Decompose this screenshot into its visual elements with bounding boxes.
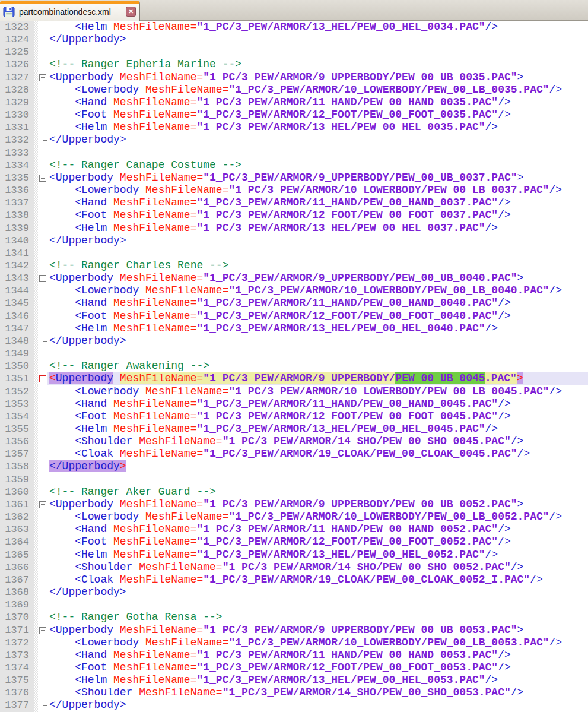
code-line[interactable]: 1363 <Hand MeshFileName="1_PC/3_PEW/ARMO…: [0, 523, 588, 536]
code-line[interactable]: 1357 <Cloak MeshFileName="1_PC/3_PEW/ARM…: [0, 448, 588, 460]
code-line[interactable]: 1342<!-- Ranger Charles Rene -->: [0, 260, 588, 272]
code-text[interactable]: <Upperbody MeshFileName="1_PC/3_PEW/ARMO…: [47, 172, 588, 184]
code-text[interactable]: <Helm MeshFileName="1_PC/3_PEW/ARMOR/13_…: [47, 21, 588, 33]
line-number[interactable]: 1377: [0, 699, 34, 711]
code-text[interactable]: <!-- Ranger Awakening -->: [47, 360, 588, 372]
fold-margin[interactable]: [38, 197, 47, 209]
fold-margin[interactable]: [38, 435, 47, 448]
fold-margin[interactable]: [38, 310, 47, 322]
fold-margin[interactable]: [38, 473, 47, 486]
bookmark-margin[interactable]: [34, 561, 38, 574]
line-number[interactable]: 1356: [0, 435, 34, 448]
line-number[interactable]: 1324: [0, 33, 34, 46]
bookmark-margin[interactable]: [34, 147, 38, 159]
bookmark-margin[interactable]: [34, 21, 38, 33]
code-text[interactable]: <Upperbody MeshFileName="1_PC/3_PEW/ARMO…: [47, 498, 588, 511]
line-number[interactable]: 1329: [0, 96, 34, 109]
fold-margin[interactable]: [38, 637, 47, 649]
bookmark-margin[interactable]: [34, 71, 38, 84]
fold-margin[interactable]: [38, 46, 47, 58]
code-text[interactable]: [47, 247, 588, 260]
code-text[interactable]: </Upperbody>: [47, 33, 588, 46]
bookmark-margin[interactable]: [34, 385, 38, 398]
fold-margin[interactable]: [38, 172, 47, 184]
line-number[interactable]: 1348: [0, 335, 34, 347]
code-text[interactable]: <Foot MeshFileName="1_PC/3_PEW/ARMOR/12_…: [47, 209, 588, 221]
fold-margin[interactable]: [38, 96, 47, 109]
bookmark-margin[interactable]: [34, 372, 38, 385]
code-line[interactable]: 1375 <Helm MeshFileName="1_PC/3_PEW/ARMO…: [0, 674, 588, 686]
fold-margin[interactable]: [38, 33, 47, 46]
fold-margin[interactable]: [38, 423, 47, 435]
code-line[interactable]: 1349: [0, 347, 588, 360]
line-number[interactable]: 1355: [0, 423, 34, 435]
fold-collapse-toggle-icon[interactable]: [39, 375, 46, 382]
code-text[interactable]: <Foot MeshFileName="1_PC/3_PEW/ARMOR/12_…: [47, 109, 588, 121]
line-number[interactable]: 1359: [0, 473, 34, 486]
line-number[interactable]: 1374: [0, 662, 34, 674]
code-text[interactable]: <!-- Ranger Charles Rene -->: [47, 260, 588, 272]
code-text[interactable]: [47, 46, 588, 58]
bookmark-margin[interactable]: [34, 649, 38, 662]
line-number[interactable]: 1358: [0, 460, 34, 473]
line-number[interactable]: 1370: [0, 611, 34, 624]
fold-margin[interactable]: [38, 347, 47, 360]
code-text[interactable]: <Helm MeshFileName="1_PC/3_PEW/ARMOR/13_…: [47, 674, 588, 686]
line-number[interactable]: 1342: [0, 260, 34, 272]
code-line[interactable]: 1328 <Lowerbody MeshFileName="1_PC/3_PEW…: [0, 84, 588, 96]
code-text[interactable]: <Helm MeshFileName="1_PC/3_PEW/ARMOR/13_…: [47, 322, 588, 335]
code-line[interactable]: 1332</Upperbody>: [0, 134, 588, 146]
code-line[interactable]: 1360<!-- Ranger Aker Guard -->: [0, 486, 588, 498]
code-line[interactable]: 1347 <Helm MeshFileName="1_PC/3_PEW/ARMO…: [0, 322, 588, 335]
bookmark-margin[interactable]: [34, 335, 38, 347]
bookmark-margin[interactable]: [34, 209, 38, 221]
line-number[interactable]: 1362: [0, 511, 34, 523]
code-text[interactable]: <!-- Ranger Epheria Marine -->: [47, 58, 588, 71]
fold-margin[interactable]: [38, 649, 47, 662]
fold-margin[interactable]: [38, 335, 47, 347]
bookmark-margin[interactable]: [34, 611, 38, 624]
fold-margin[interactable]: [38, 121, 47, 134]
line-number[interactable]: 1353: [0, 398, 34, 410]
fold-margin[interactable]: [38, 699, 47, 711]
code-line[interactable]: 1338 <Foot MeshFileName="1_PC/3_PEW/ARMO…: [0, 209, 588, 221]
fold-margin[interactable]: [38, 209, 47, 221]
bookmark-margin[interactable]: [34, 184, 38, 197]
bookmark-margin[interactable]: [34, 435, 38, 448]
code-text[interactable]: <Lowerbody MeshFileName="1_PC/3_PEW/ARMO…: [47, 637, 588, 649]
fold-margin[interactable]: [38, 574, 47, 586]
fold-margin[interactable]: [38, 184, 47, 197]
code-text[interactable]: <Hand MeshFileName="1_PC/3_PEW/ARMOR/11_…: [47, 649, 588, 662]
bookmark-margin[interactable]: [34, 423, 38, 435]
fold-margin[interactable]: [38, 272, 47, 284]
code-text[interactable]: <Hand MeshFileName="1_PC/3_PEW/ARMOR/11_…: [47, 297, 588, 309]
line-number[interactable]: 1347: [0, 322, 34, 335]
bookmark-margin[interactable]: [34, 121, 38, 134]
code-text[interactable]: [47, 347, 588, 360]
code-line[interactable]: 1326<!-- Ranger Epheria Marine -->: [0, 58, 588, 71]
bookmark-margin[interactable]: [34, 473, 38, 486]
fold-margin[interactable]: [38, 159, 47, 172]
bookmark-margin[interactable]: [34, 586, 38, 599]
code-line[interactable]: 1333: [0, 147, 588, 159]
code-line[interactable]: 1354 <Foot MeshFileName="1_PC/3_PEW/ARMO…: [0, 410, 588, 423]
code-line[interactable]: 1373 <Hand MeshFileName="1_PC/3_PEW/ARMO…: [0, 649, 588, 662]
line-number[interactable]: 1376: [0, 686, 34, 699]
code-text[interactable]: <Lowerbody MeshFileName="1_PC/3_PEW/ARMO…: [47, 511, 588, 523]
line-number[interactable]: 1375: [0, 674, 34, 686]
code-text[interactable]: <Shoulder MeshFileName="1_PC/3_PEW/ARMOR…: [47, 435, 588, 448]
code-line[interactable]: 1370<!-- Ranger Gotha Rensa -->: [0, 611, 588, 624]
code-text[interactable]: [47, 599, 588, 611]
close-icon[interactable]: ✕: [126, 7, 136, 17]
line-number[interactable]: 1334: [0, 159, 34, 172]
line-number[interactable]: 1325: [0, 46, 34, 58]
fold-margin[interactable]: [38, 222, 47, 235]
bookmark-margin[interactable]: [34, 96, 38, 109]
bookmark-margin[interactable]: [34, 686, 38, 699]
code-text[interactable]: <Lowerbody MeshFileName="1_PC/3_PEW/ARMO…: [47, 84, 588, 96]
code-text[interactable]: <Lowerbody MeshFileName="1_PC/3_PEW/ARMO…: [47, 184, 588, 197]
fold-margin[interactable]: [38, 71, 47, 84]
fold-margin[interactable]: [38, 410, 47, 423]
code-line[interactable]: 1366 <Shoulder MeshFileName="1_PC/3_PEW/…: [0, 561, 588, 574]
fold-margin[interactable]: [38, 599, 47, 611]
